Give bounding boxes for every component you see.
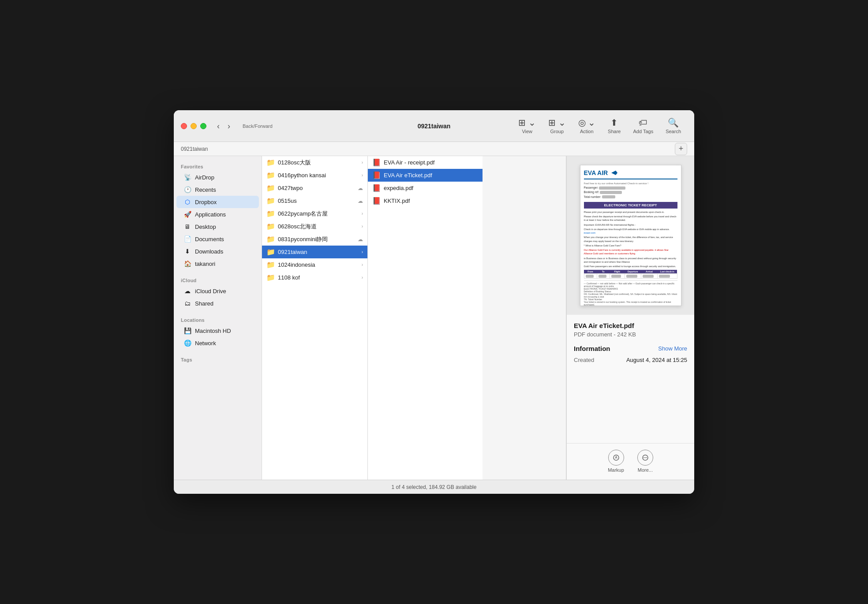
add-tags-label: Add Tags [633, 129, 653, 134]
preview-info: EVA Air eTicket.pdf PDF document - 242 K… [567, 315, 694, 443]
list-item[interactable]: 📁 0515us ☁ [262, 194, 367, 207]
cloud-icon: ☁ [358, 198, 363, 204]
chevron-right-icon: › [362, 224, 363, 229]
window-title: 0921taiwan [418, 123, 451, 130]
pdf-icon: 📕 [372, 184, 381, 192]
list-item-eva-eticket[interactable]: 📕 EVA Air eTicket.pdf [368, 169, 483, 182]
search-toolbar-item[interactable]: 🔍 Search [659, 116, 687, 137]
sidebar-item-desktop[interactable]: 🖥 Desktop [176, 220, 259, 233]
tag-icon: 🏷 [639, 118, 647, 127]
list-item[interactable]: 📁 0628osc北海道 › [262, 220, 367, 233]
dropbox-icon: ⬡ [183, 198, 191, 206]
show-more-button[interactable]: Show More [658, 345, 687, 352]
sidebar-item-downloads[interactable]: ⬇ Downloads [176, 245, 259, 257]
search-icon: 🔍 [668, 118, 679, 127]
group-toolbar-item[interactable]: ⊞ ⌄ Group [542, 116, 572, 137]
sidebar-item-shared[interactable]: 🗂 Shared [176, 297, 259, 309]
close-button[interactable] [181, 123, 187, 129]
list-item[interactable]: 📁 0831pyconmini静岡 ☁ [262, 233, 367, 246]
folder-icon: 📁 [266, 171, 275, 179]
eva-tagline: Feel free to try our online Automated Ch… [584, 182, 677, 186]
add-button[interactable]: + [675, 143, 687, 155]
forward-button[interactable]: › [224, 120, 234, 132]
main-content: Favorites 📡 AirDrop 🕐 Recents ⬡ Dropbox … [174, 156, 694, 480]
list-item[interactable]: 📁 0128osc大阪 › [262, 156, 367, 169]
desktop-icon: 🖥 [183, 223, 191, 231]
statusbar: 1 of 4 selected, 184.92 GB available [174, 480, 694, 494]
shared-icon: 🗂 [183, 299, 191, 307]
downloads-icon: ⬇ [183, 247, 191, 255]
sidebar-item-macintosh-hd[interactable]: 💾 Macintosh HD [176, 324, 259, 337]
column-1: 📁 0128osc大阪 › 📁 0416python kansai › 📁 04… [262, 156, 368, 480]
sidebar-item-label-shared: Shared [195, 300, 213, 307]
folder-icon: 📁 [266, 222, 275, 231]
add-tags-toolbar-item[interactable]: 🏷 Add Tags [627, 116, 659, 137]
tags-section-label: Tags [174, 353, 262, 364]
titlebar: ‹ › Back/Forward 0921taiwan ⊞ ⌄ View ⊞ ⌄… [174, 110, 694, 142]
flight-from-blurred [586, 275, 594, 278]
flight-lastci-blurred [659, 275, 670, 278]
chevron-right-icon: › [362, 160, 363, 165]
more-icon [637, 450, 653, 466]
toolbar-actions: ⊞ ⌄ View ⊞ ⌄ Group ◎ ⌄ Action ⬆ Share 🏷 … [512, 116, 687, 137]
list-item[interactable]: 📁 1108 kof › [262, 271, 367, 284]
more-button[interactable]: More... [637, 450, 653, 473]
sidebar-item-label-takanori: takanori [195, 261, 215, 267]
folder-icon: 📁 [266, 235, 275, 243]
list-item-kktix[interactable]: 📕 KKTIX.pdf [368, 194, 483, 207]
sidebar-item-airdrop[interactable]: 📡 AirDrop [176, 171, 259, 183]
finder-window: ‹ › Back/Forward 0921taiwan ⊞ ⌄ View ⊞ ⌄… [174, 110, 694, 494]
svg-point-2 [644, 457, 644, 458]
list-item-expedia[interactable]: 📕 expedia.pdf [368, 182, 483, 194]
markup-button[interactable]: Markup [608, 450, 624, 473]
locations-section-label: Locations [174, 313, 262, 324]
folder-icon: 📁 [266, 248, 275, 256]
path-text: 0921taiwan [181, 146, 208, 152]
sidebar-item-network[interactable]: 🌐 Network [176, 337, 259, 349]
info-label: Information [574, 345, 610, 352]
icloud-drive-icon: ☁ [183, 287, 191, 295]
list-item[interactable]: 📁 1024indonesia › [262, 258, 367, 271]
markup-label: Markup [608, 467, 624, 473]
icloud-section-label: iCloud [174, 273, 262, 285]
sidebar-item-icloud-drive[interactable]: ☁ iCloud Drive [176, 285, 259, 297]
favorites-section-label: Favorites [174, 160, 262, 171]
list-item-0921taiwan[interactable]: 📁 0921taiwan › [262, 246, 367, 258]
markup-icon [608, 450, 624, 466]
maximize-button[interactable] [200, 123, 206, 129]
sidebar-item-takanori[interactable]: 🏠 takanori [176, 257, 259, 270]
sidebar: Favorites 📡 AirDrop 🕐 Recents ⬡ Dropbox … [174, 156, 262, 480]
dots-icon [642, 454, 649, 461]
view-toolbar-item[interactable]: ⊞ ⌄ View [512, 116, 542, 137]
search-label: Search [666, 129, 681, 134]
traffic-lights [181, 123, 206, 129]
share-label: Share [608, 129, 621, 134]
group-icon: ⊞ ⌄ [548, 118, 566, 127]
flight-table: FromToFlightDepartureArrivalLast check-i… [584, 270, 677, 278]
list-item[interactable]: 📁 0416python kansai › [262, 169, 367, 182]
share-toolbar-item[interactable]: ⬆ Share [602, 116, 627, 137]
back-button[interactable]: ‹ [213, 120, 223, 132]
preview-filesize: PDF document - 242 KB [574, 331, 687, 338]
view-label: View [522, 129, 532, 134]
sidebar-item-dropbox[interactable]: ⬡ Dropbox [176, 196, 259, 208]
sidebar-item-documents[interactable]: 📄 Documents [176, 233, 259, 245]
cloud-icon: ☁ [358, 236, 363, 242]
action-toolbar-item[interactable]: ◎ ⌄ Action [572, 116, 602, 137]
eva-air-plane-icon [610, 169, 618, 177]
flight-arr-blurred [643, 275, 654, 278]
list-item-eva-receipt[interactable]: 📕 EVA Air - receipt.pdf [368, 156, 483, 169]
passenger-name-blurred [599, 186, 625, 190]
total-number-blurred [602, 195, 615, 198]
pdf-icon: 📕 [372, 158, 381, 167]
list-item[interactable]: 📁 0622pycamp名古屋 › [262, 207, 367, 220]
group-label: Group [550, 129, 564, 134]
svg-point-3 [645, 457, 646, 458]
preview-actions: Markup More... [567, 443, 694, 480]
sidebar-item-recents[interactable]: 🕐 Recents [176, 183, 259, 196]
sidebar-item-label-network: Network [195, 340, 216, 347]
sidebar-item-applications[interactable]: 🚀 Applications [176, 208, 259, 220]
list-item[interactable]: 📁 0427twpo ☁ [262, 182, 367, 194]
minimize-button[interactable] [191, 123, 197, 129]
info-header: Information Show More [574, 345, 687, 352]
